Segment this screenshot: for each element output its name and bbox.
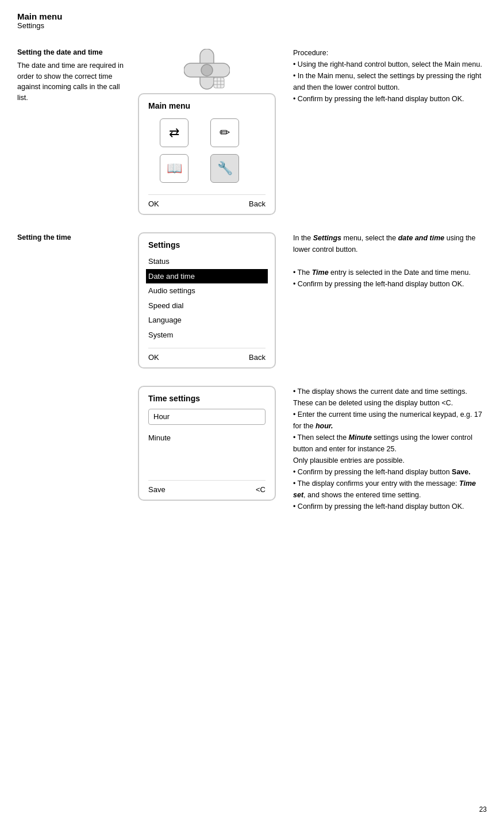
section2-text2: • The Time entry is selected in the Date… bbox=[293, 267, 487, 290]
section-setting-time: Setting the time Settings Status Date an… bbox=[17, 232, 487, 369]
hour-field[interactable]: Hour bbox=[148, 409, 266, 425]
icon-arrows: ⇄ bbox=[160, 118, 188, 147]
icon-wrench: 🔧 bbox=[210, 154, 239, 183]
main-menu-ok[interactable]: OK bbox=[148, 199, 159, 208]
settings-back[interactable]: Back bbox=[249, 353, 266, 362]
section3-center: Time settings Hour Minute Save <C bbox=[132, 386, 282, 501]
page-subtitle: Settings bbox=[17, 21, 487, 30]
svg-point-2 bbox=[201, 64, 213, 76]
time-clear[interactable]: <C bbox=[256, 485, 266, 494]
main-menu-icon-grid: ⇄ ✏ 📖 🔧 bbox=[148, 118, 266, 183]
menu-speed-dial[interactable]: Speed dial bbox=[148, 298, 266, 313]
section1-title: Setting the date and time bbox=[17, 47, 126, 58]
settings-title: Settings bbox=[148, 240, 266, 250]
section3-right: • The display shows the current date and… bbox=[282, 386, 487, 512]
time-settings-footer: Save <C bbox=[148, 480, 266, 494]
section1-procedure: Procedure: • Using the right-hand contro… bbox=[293, 47, 487, 105]
section1-center: Main menu ⇄ ✏ 📖 🔧 OK Back bbox=[132, 47, 282, 215]
menu-audio[interactable]: Audio settings bbox=[148, 283, 266, 298]
handset-svg bbox=[184, 49, 230, 98]
section-date-time: Setting the date and time The date and t… bbox=[17, 47, 487, 215]
section2-left: Setting the time bbox=[17, 232, 132, 243]
menu-language[interactable]: Language bbox=[148, 313, 266, 328]
icon-book: 📖 bbox=[160, 154, 188, 183]
time-save[interactable]: Save bbox=[148, 485, 166, 494]
main-menu-back[interactable]: Back bbox=[249, 199, 266, 208]
settings-menu-box: Settings Status Date and time Audio sett… bbox=[138, 232, 276, 369]
settings-footer: OK Back bbox=[148, 348, 266, 362]
section1-body: The date and time are required in order … bbox=[17, 60, 126, 103]
section2-title: Setting the time bbox=[17, 232, 126, 243]
svg-rect-3 bbox=[214, 78, 224, 88]
menu-date-time[interactable]: Date and time bbox=[146, 269, 268, 284]
settings-ok[interactable]: OK bbox=[148, 353, 159, 362]
page-header: Main menu Settings bbox=[17, 11, 487, 30]
time-settings-box: Time settings Hour Minute Save <C bbox=[138, 386, 276, 501]
time-settings-title: Time settings bbox=[148, 394, 266, 403]
menu-status[interactable]: Status bbox=[148, 254, 266, 269]
section2-center: Settings Status Date and time Audio sett… bbox=[132, 232, 282, 369]
main-menu-box: Main menu ⇄ ✏ 📖 🔧 OK Back bbox=[138, 93, 276, 215]
handset-illustration bbox=[181, 47, 233, 99]
section1-left: Setting the date and time The date and t… bbox=[17, 47, 132, 103]
section3-text: • The display shows the current date and… bbox=[293, 386, 487, 512]
page-title: Main menu bbox=[17, 11, 487, 21]
section2-text1: In the Settings menu, select the date an… bbox=[293, 232, 487, 255]
section2-right: In the Settings menu, select the date an… bbox=[282, 232, 487, 290]
section-time-settings: Time settings Hour Minute Save <C • The … bbox=[17, 386, 487, 512]
section1-right: Procedure: • Using the right-hand contro… bbox=[282, 47, 487, 105]
main-menu-footer: OK Back bbox=[148, 194, 266, 208]
menu-system[interactable]: System bbox=[148, 328, 266, 343]
minute-label[interactable]: Minute bbox=[148, 432, 266, 454]
main-menu-title: Main menu bbox=[148, 101, 266, 110]
icon-edit: ✏ bbox=[210, 118, 239, 147]
page-number: 23 bbox=[479, 805, 487, 814]
